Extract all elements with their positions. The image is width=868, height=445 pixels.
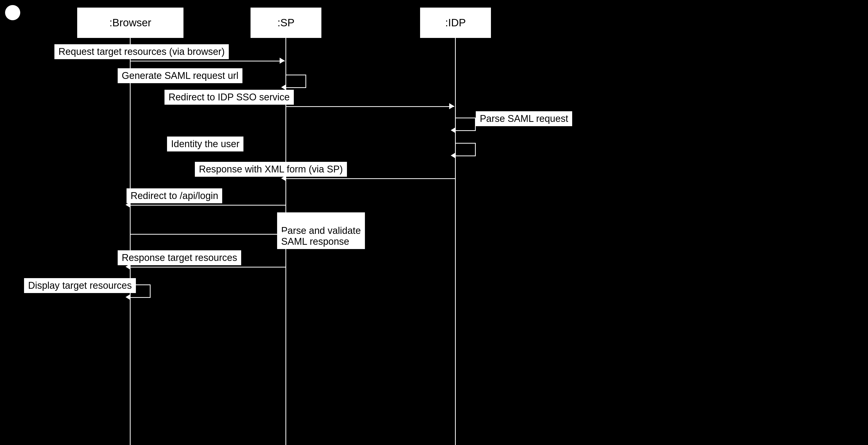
arrow-parse-validate: [130, 234, 285, 235]
arrow-redirect-idp: [286, 106, 454, 107]
self-arrow-generate-saml-bottom: [286, 87, 306, 88]
actor-browser-label: :Browser: [109, 17, 151, 29]
arrow-request-target: [130, 61, 285, 62]
message-redirect-idp: Redirect to IDP SSO service: [164, 90, 294, 105]
start-circle: [5, 5, 20, 20]
arrow-head-redirect-api-login: [126, 202, 131, 208]
message-response-xml: Response with XML form (via SP): [195, 162, 347, 177]
arrow-head-request-target: [280, 58, 285, 64]
parse-validate-text: Parse and validate SAML response: [281, 225, 361, 247]
message-parse-saml-request: Parse SAML request: [476, 111, 572, 126]
message-identity-user: Identity the user: [167, 137, 243, 151]
self-arrow-display: [130, 284, 151, 297]
arrow-response-target-resources: [130, 267, 285, 268]
message-parse-validate-saml: Parse and validate SAML response: [277, 212, 365, 249]
message-display-target-resources: Display target resources: [24, 278, 136, 293]
arrow-head-response-xml: [281, 175, 286, 181]
arrow-head-parse-validate: [280, 231, 285, 237]
actor-sp: :SP: [251, 8, 321, 38]
self-arrow-display-bottom: [130, 297, 151, 298]
self-arrow-identity-user: [456, 143, 476, 156]
self-arrow-identity-bottom: [456, 156, 476, 156]
arrow-response-xml: [286, 178, 455, 179]
arrow-head-redirect-idp: [449, 103, 454, 109]
lifeline-idp: [455, 38, 456, 445]
actor-sp-label: :SP: [277, 17, 294, 29]
message-generate-saml-url: Generate SAML request url: [118, 68, 242, 83]
arrow-head-display: [126, 294, 131, 300]
arrow-head-generate-saml: [281, 84, 286, 90]
actor-idp-label: :IDP: [445, 17, 466, 29]
lifeline-browser: [130, 38, 131, 445]
self-arrow-parse-saml-req-bottom: [456, 130, 476, 131]
arrow-head-identity: [451, 152, 456, 159]
message-redirect-api-login: Redirect to /api/login: [127, 189, 222, 203]
arrow-head-response-target-resources: [126, 264, 131, 270]
message-request-target-resources: Request target resources (via browser): [54, 44, 229, 59]
arrow-head-parse-saml-req: [451, 127, 456, 133]
actor-idp: :IDP: [420, 8, 491, 38]
arrow-redirect-api-login: [130, 205, 285, 206]
self-arrow-parse-saml-req: [456, 117, 476, 130]
self-arrow-generate-saml: [286, 75, 306, 87]
actor-browser: :Browser: [77, 8, 183, 38]
message-response-target-resources: Response target resources: [118, 250, 241, 265]
